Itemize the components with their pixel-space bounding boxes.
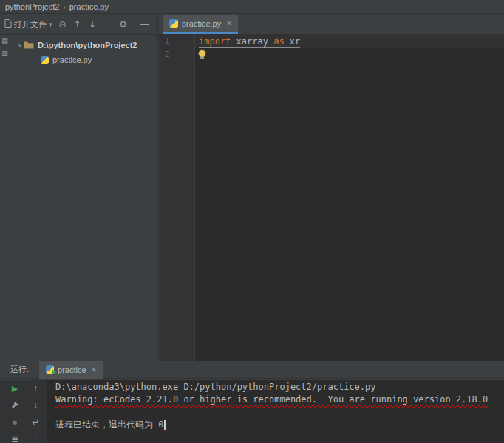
scroll-to-end-icon[interactable]: ≣ (9, 433, 21, 443)
gutter[interactable]: 1 2 (159, 35, 195, 361)
gear-icon[interactable]: ⚙ (119, 20, 127, 29)
structure-tool-icon[interactable]: ▥ (1, 50, 8, 57)
folder-icon (24, 41, 34, 50)
keyword-import: import (199, 36, 231, 47)
hide-panel-icon[interactable]: — (140, 20, 149, 29)
up-stack-icon[interactable]: ↑ (30, 382, 41, 394)
console-line-command: D:\anaconda3\python.exe D:/python/python… (55, 381, 488, 394)
console-output: D:\anaconda3\python.exe D:/python/python… (55, 381, 488, 431)
pycharm-window: pythonProject2 › practice.py 打开文件 ▾ ⊙ ↥ … (0, 0, 504, 443)
console-line-exit: 进程已结束，退出代码为 0 (55, 419, 488, 431)
breadcrumb-separator-icon: › (63, 3, 65, 11)
line-number[interactable]: 2 (165, 48, 170, 61)
keyword-as: as (273, 36, 284, 47)
project-tree-panel: ∨ D:\python\pythonProject2 practice.py (10, 35, 158, 361)
run-console: ▶ ↑ ↓ ■ ↵ ≣ ⋮ D:\anaconda3\python.exe D:… (0, 380, 504, 443)
lightbulb-icon[interactable] (199, 50, 205, 57)
open-file-label: 打开文件 (14, 19, 47, 30)
close-icon[interactable]: × (226, 18, 231, 29)
exit-message: 进程已结束，退出代码为 0 (55, 419, 163, 430)
tab-practice-py[interactable]: practice.py × (163, 15, 238, 34)
tree-file-label: practice.py (52, 55, 92, 64)
stop-icon[interactable]: ■ (9, 416, 21, 428)
more-options-icon[interactable]: ⋮ (30, 433, 41, 443)
soft-wrap-icon[interactable]: ↵ (30, 416, 41, 428)
line-number[interactable]: 1 (165, 35, 170, 48)
collapse-all-icon[interactable]: ↧ (89, 20, 96, 29)
python-file-icon (169, 19, 178, 28)
project-tool-icon[interactable]: ▤ (1, 38, 8, 44)
file-icon (4, 19, 12, 30)
console-toolbar: ▶ ↑ ↓ ■ ↵ ≣ ⋮ (0, 380, 47, 443)
rerun-play-icon[interactable]: ▶ (9, 382, 21, 394)
code-line-1[interactable]: import xarray as xr (199, 35, 300, 48)
run-panel-title: 运行: (10, 364, 29, 375)
tree-root-row[interactable]: ∨ D:\python\pythonProject2 (10, 38, 157, 52)
close-icon[interactable]: × (92, 365, 97, 375)
console-line-warning: Warning: ecCodes 2.21.0 or higher is rec… (55, 394, 488, 406)
down-stack-icon[interactable]: ↓ (30, 399, 41, 411)
run-tab-label: practice (58, 365, 86, 374)
open-file-button[interactable]: 打开文件 ▾ (4, 19, 52, 30)
breadcrumb: pythonProject2 › practice.py (0, 0, 504, 14)
breadcrumb-file[interactable]: practice.py (69, 2, 109, 11)
module-name: xarray (231, 36, 273, 47)
run-tab-practice[interactable]: practice × (39, 361, 103, 379)
tree-root-label: D:\python\pythonProject2 (38, 41, 137, 49)
tree-file-row[interactable]: practice.py (10, 52, 157, 67)
python-file-icon (41, 56, 49, 64)
editor[interactable]: 1 2 import xarray as xr (159, 35, 504, 361)
wrench-icon[interactable] (9, 399, 21, 411)
text-cursor (164, 420, 166, 430)
expand-all-icon[interactable]: ↥ (74, 20, 81, 29)
breadcrumb-project[interactable]: pythonProject2 (5, 2, 59, 11)
toolbar-row: 打开文件 ▾ ⊙ ↥ ↧ ⚙ — practice.py × (0, 15, 504, 35)
editor-tab-strip: practice.py × (158, 15, 504, 34)
project-toolbar: 打开文件 ▾ ⊙ ↥ ↧ ⚙ — (0, 15, 158, 34)
alias-name: xr (285, 36, 301, 47)
code-area[interactable]: import xarray as xr (199, 35, 300, 48)
run-python-icon (46, 365, 54, 374)
console-line-blank (55, 406, 488, 419)
dropdown-arrow-icon: ▾ (49, 21, 52, 28)
run-panel-header: 运行: practice × (0, 361, 504, 379)
locate-file-icon[interactable]: ⊙ (59, 20, 67, 29)
editor-tab-label: practice.py (182, 19, 221, 28)
chevron-down-icon[interactable]: ∨ (16, 41, 24, 49)
tool-window-stripe: ▤ ▥ (0, 35, 10, 361)
